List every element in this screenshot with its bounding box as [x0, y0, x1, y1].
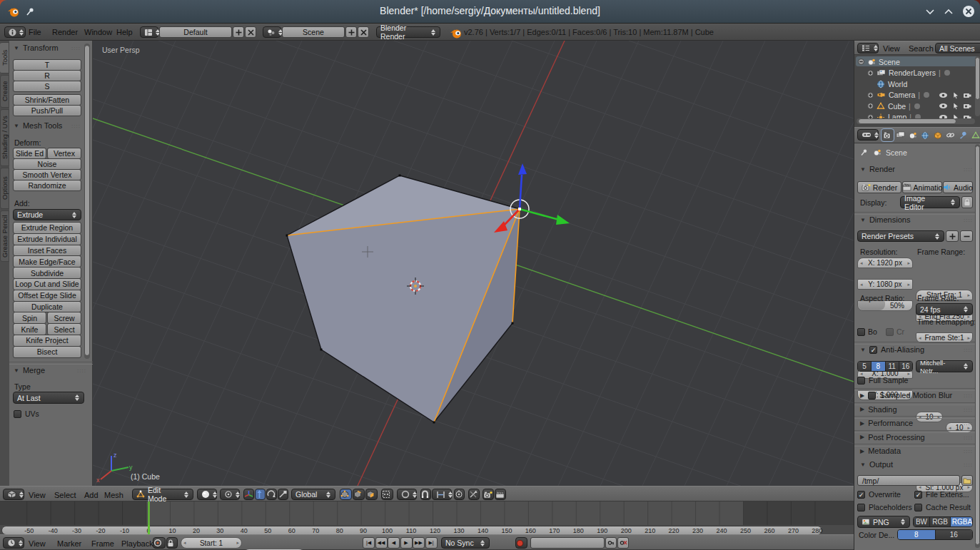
full-sample-checkbox[interactable]	[857, 377, 865, 385]
channel-bw[interactable]: BW	[914, 517, 930, 526]
layout-delete-button[interactable]	[245, 26, 256, 38]
panel-header-sampled-motion-blur[interactable]: ▶Sampled Motion Blur	[860, 391, 952, 399]
properties-scrollbar[interactable]	[975, 144, 980, 548]
sidebar-tab-options[interactable]: Options	[0, 168, 9, 209]
expander-minus-icon[interactable]	[858, 58, 864, 65]
sidebar-tab-shading-uvs[interactable]: Shading / UVs	[0, 109, 9, 166]
tool-button-slide-ed[interactable]: Slide Ed	[13, 148, 46, 159]
panel-grip[interactable]: ::::	[964, 407, 973, 413]
menu-playback[interactable]: Playback	[121, 539, 153, 548]
scene-name-field[interactable]: Scene	[282, 26, 345, 38]
aa-samples-11[interactable]: 11	[886, 362, 899, 371]
tool-button-shrink-fatten[interactable]: Shrink/Fatten	[13, 94, 81, 106]
tool-button-make-edge-face[interactable]: Make Edge/Face	[13, 255, 81, 268]
delete-keyframe-button[interactable]	[617, 537, 629, 549]
menu-marker[interactable]: Marker	[57, 539, 81, 548]
preset-add-button[interactable]	[946, 230, 959, 242]
anti-aliasing-checkbox[interactable]: ✓	[869, 346, 877, 354]
menu-render[interactable]: Render	[52, 28, 78, 36]
color-depth-16[interactable]: 16	[936, 530, 973, 539]
overwrite-checkbox[interactable]: ✓	[857, 491, 865, 499]
tool-button-rotate[interactable]: R	[13, 70, 81, 81]
render-presets-dropdown[interactable]: Render Presets	[857, 230, 944, 242]
editor-type-button[interactable]	[3, 489, 24, 500]
outliner-hscrollbar[interactable]	[857, 118, 975, 124]
expander-plus-icon[interactable]	[867, 103, 874, 109]
uvs-checkbox[interactable]	[14, 410, 21, 418]
aa-samples-5[interactable]: 5	[858, 362, 872, 371]
panel-grip[interactable]: ::::	[71, 123, 81, 129]
tool-button-randomize[interactable]: Randomize	[13, 180, 81, 191]
panel-header-merge[interactable]: ▼Merge	[14, 366, 45, 375]
transform-snap-button[interactable]	[468, 489, 480, 500]
tool-button-offset-edge-slide[interactable]: Offset Edge Slide	[13, 290, 81, 302]
outliner-row-scene[interactable]: Scene	[854, 56, 980, 67]
insert-keyframe-button[interactable]	[605, 537, 617, 549]
record-button[interactable]	[515, 537, 527, 549]
properties-tab-object-data[interactable]	[969, 129, 980, 141]
menu-view[interactable]: View	[29, 539, 46, 548]
panel-grip[interactable]: ::::	[964, 448, 973, 454]
panel-grip[interactable]: ::::	[964, 420, 973, 427]
panel-grip[interactable]: ::::	[964, 166, 973, 173]
auto-keyframe-button[interactable]	[153, 537, 166, 549]
menu-select[interactable]: Select	[54, 491, 76, 499]
outliner-row-world[interactable]: World	[854, 78, 980, 89]
panel-header-anti-aliasing[interactable]: ▼✓Anti-Aliasing	[860, 345, 924, 354]
sync-dropdown[interactable]: No Sync	[441, 537, 490, 549]
snap-element-dropdown[interactable]	[432, 489, 452, 500]
outliner-row-renderlayers[interactable]: RenderLayers|	[854, 68, 980, 78]
aa-filter-dropdown[interactable]: Mitchell-Netr...	[916, 360, 973, 372]
aa-samples-8[interactable]: 8	[872, 362, 885, 371]
lock-button[interactable]	[166, 537, 178, 549]
render-engine-select[interactable]: Blender Render	[376, 26, 440, 38]
border-checkbox[interactable]	[857, 328, 865, 336]
crop-checkbox[interactable]	[886, 328, 894, 336]
menu-view[interactable]: View	[29, 491, 46, 499]
tool-button-extrude-individual[interactable]: Extrude Individual	[13, 233, 81, 245]
timeline-tracks[interactable]	[0, 501, 854, 525]
file-format-dropdown[interactable]: PNG	[857, 516, 910, 528]
panel-checkbox[interactable]	[868, 392, 876, 399]
outliner-row-camera[interactable]: Camera|	[854, 90, 980, 101]
merge-type-dropdown[interactable]: At Last	[13, 392, 84, 404]
playback-play-button[interactable]: ▶	[400, 537, 413, 549]
render-animation-button[interactable]: Animatio	[902, 181, 942, 193]
panel-header-mesh-tools[interactable]: ▼Mesh Tools	[14, 121, 62, 130]
selectable-arrow-icon[interactable]	[952, 91, 959, 99]
tool-button-spin[interactable]: Spin	[13, 312, 46, 324]
render-button[interactable]: Render	[857, 181, 901, 193]
properties-tab-constraints[interactable]	[944, 129, 956, 141]
tool-button-subdivide[interactable]: Subdivide	[13, 267, 81, 279]
properties-tab-modifiers[interactable]	[957, 129, 969, 141]
expander-plus-icon[interactable]	[867, 92, 874, 98]
menu-view[interactable]: View	[883, 44, 900, 53]
close-icon[interactable]	[962, 5, 975, 18]
scene-delete-button[interactable]	[358, 26, 369, 38]
panel-grip[interactable]: ::::	[77, 367, 86, 374]
uvs-checkbox-row[interactable]: UVs	[14, 409, 39, 418]
outliner-row-cube[interactable]: Cube|	[854, 101, 980, 111]
timeline-ruler[interactable]: -50-40-30-20-100102030405060708090100110…	[0, 525, 854, 534]
panel-header-post-processing[interactable]: ▶Post Processing	[860, 433, 925, 442]
tool-button-loop-cut-and-slide[interactable]: Loop Cut and Slide	[13, 278, 81, 290]
properties-tab-scene[interactable]	[906, 129, 919, 141]
manipulator-rotate-button[interactable]	[266, 489, 277, 500]
menu-window[interactable]: Window	[84, 28, 112, 36]
resolution-y-field[interactable]: ◂Y: 1080 px▸	[857, 279, 913, 290]
color-depth-8[interactable]: 8	[898, 530, 936, 539]
editor-type-button[interactable]	[857, 129, 879, 141]
layout-name-field[interactable]: Default	[159, 26, 232, 38]
manipulator-scale-button[interactable]	[278, 489, 288, 500]
panel-header-transform[interactable]: ▼Transform	[14, 44, 59, 52]
playback-next-keyframe-button[interactable]: ▶▶	[413, 537, 425, 549]
tool-button-translate[interactable]: T	[13, 59, 81, 71]
playback-prev-keyframe-button[interactable]: ◀◀	[375, 537, 388, 549]
tool-button-push-pull[interactable]: Push/Pull	[13, 105, 81, 116]
edge-select-button[interactable]	[353, 489, 365, 500]
crop-checkbox-row[interactable]: Cr	[886, 327, 904, 336]
properties-tab-render[interactable]	[882, 129, 894, 141]
properties-tab-world[interactable]	[919, 129, 931, 141]
cache-result-checkbox[interactable]	[914, 504, 922, 511]
playback-play-reverse-button[interactable]: ◀	[388, 537, 400, 549]
